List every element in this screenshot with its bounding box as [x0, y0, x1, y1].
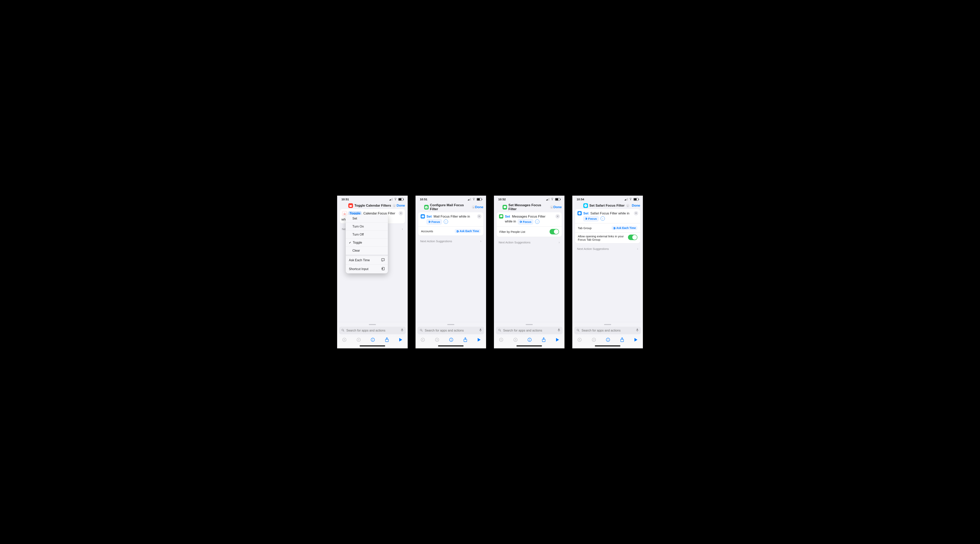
nav-bar: Set Messages Focus Filter ⌄ Done	[494, 201, 565, 212]
filter-row[interactable]: Filter by People List	[497, 226, 562, 237]
ask-each-time-pill[interactable]: ◑Ask Each Time	[455, 229, 480, 233]
close-icon[interactable]: ✕	[399, 211, 403, 216]
chevron-down-icon[interactable]: ⌄	[472, 205, 475, 209]
search-input[interactable]	[346, 328, 399, 333]
info-icon[interactable]	[371, 338, 375, 343]
focus-chip[interactable]: ◑Focus	[583, 216, 598, 222]
mic-icon[interactable]	[479, 328, 482, 333]
focus-chip[interactable]: ◑Focus	[426, 219, 442, 225]
chevron-down-icon[interactable]: ⌄	[393, 204, 396, 208]
home-indicator	[438, 346, 463, 346]
svg-point-29	[514, 338, 517, 341]
info-icon[interactable]	[527, 338, 532, 343]
play-icon[interactable]	[634, 338, 638, 343]
menu-item-clear[interactable]: Clear	[346, 247, 388, 255]
share-icon[interactable]	[620, 338, 624, 343]
chevron-down-icon[interactable]: ⌄	[535, 219, 539, 224]
undo-icon[interactable]	[421, 338, 425, 343]
redo-icon[interactable]	[592, 338, 596, 343]
play-icon[interactable]	[399, 338, 402, 343]
verb-popover: Set Turn On Turn Off Toggle Clear Ask Ea…	[346, 215, 388, 273]
menu-item-set[interactable]: Set	[346, 215, 388, 222]
play-icon[interactable]	[477, 338, 481, 343]
tab-group-row[interactable]: Tab Group ◑Ask Each Time	[575, 223, 640, 232]
undo-icon[interactable]	[342, 338, 347, 343]
focus-icon: ◑	[520, 220, 522, 224]
menu-item-toggle[interactable]: Toggle	[346, 238, 388, 247]
nav-bar: Configure Mail Focus Filter ⌄ Done	[415, 201, 486, 212]
info-icon[interactable]	[449, 338, 453, 343]
sheet-grabber[interactable]	[369, 324, 376, 325]
action-card[interactable]: Set Messages Focus Filter while in ◑Focu…	[497, 212, 562, 237]
search-input[interactable]	[581, 328, 635, 333]
status-time: 10:52	[498, 198, 506, 201]
mic-icon[interactable]	[558, 328, 560, 333]
verb-token[interactable]: Set	[583, 211, 589, 215]
status-time: 10:51	[341, 198, 349, 201]
external-links-toggle[interactable]	[628, 235, 637, 240]
action-card[interactable]: Set Safari Focus Filter while in ◑Focus …	[575, 209, 640, 243]
chevron-right-icon: ›	[480, 239, 481, 243]
search-field[interactable]	[339, 327, 406, 334]
svg-line-26	[500, 331, 501, 331]
search-field[interactable]	[496, 327, 563, 334]
share-icon[interactable]	[542, 338, 546, 343]
svg-point-19	[421, 338, 425, 341]
play-icon[interactable]	[555, 338, 559, 343]
screenshot-messages: 10:52 Set Messages Focus Filter ⌄ Done	[494, 196, 565, 348]
svg-point-28	[500, 338, 503, 341]
status-time: 10:51	[420, 198, 427, 201]
mic-icon[interactable]	[401, 328, 403, 333]
chevron-down-icon[interactable]: ⌄	[601, 216, 605, 221]
undo-icon[interactable]	[578, 338, 582, 343]
sheet-grabber[interactable]	[526, 324, 533, 325]
mic-icon[interactable]	[636, 328, 639, 333]
filter-toggle[interactable]	[550, 229, 559, 235]
chevron-down-icon[interactable]: ⌄	[626, 204, 630, 208]
undo-icon[interactable]	[499, 338, 503, 343]
menu-item-turn-on[interactable]: Turn On	[346, 222, 388, 230]
sheet-grabber[interactable]	[447, 324, 454, 325]
done-button[interactable]: Done	[632, 204, 640, 208]
search-field[interactable]	[417, 327, 484, 334]
next-action-suggestions[interactable]: Next Action Suggestions›	[497, 237, 562, 244]
verb-token[interactable]: Set	[505, 215, 510, 218]
search-input[interactable]	[503, 328, 556, 333]
ask-each-time-pill[interactable]: ◑Ask Each Time	[611, 226, 637, 230]
external-links-row[interactable]: Allow opening external links in your Foc…	[575, 232, 640, 243]
verb-token[interactable]: Set	[426, 215, 431, 218]
menu-item-turn-off[interactable]: Turn Off	[346, 230, 388, 238]
nav-title: Configure Mail Focus Filter	[430, 203, 470, 211]
close-icon[interactable]: ✕	[634, 211, 638, 216]
redo-icon[interactable]	[356, 338, 361, 343]
search-field[interactable]	[574, 327, 641, 334]
sheet-grabber[interactable]	[604, 324, 611, 325]
chevron-down-icon[interactable]: ⌄	[550, 205, 553, 209]
svg-rect-7	[402, 328, 402, 330]
done-button[interactable]: Done	[554, 205, 562, 209]
done-button[interactable]: Done	[397, 204, 405, 208]
svg-line-17	[422, 331, 423, 331]
nav-title: Set Messages Focus Filter	[508, 203, 549, 211]
menu-item-ask-each-time[interactable]: Ask Each Time ?	[346, 256, 388, 265]
share-icon[interactable]	[385, 338, 389, 343]
redo-icon[interactable]	[435, 338, 439, 343]
redo-icon[interactable]	[513, 338, 518, 343]
info-icon[interactable]	[606, 338, 610, 343]
done-button[interactable]: Done	[475, 205, 484, 209]
calendar-icon: •24	[342, 211, 347, 216]
focus-chip[interactable]: ◑Focus	[518, 219, 533, 225]
chevron-down-icon[interactable]: ⌄	[444, 219, 448, 224]
next-action-suggestions[interactable]: Next Action Suggestions›	[575, 243, 640, 251]
next-action-suggestions[interactable]: Next Action Suggestions›	[418, 236, 483, 243]
svg-rect-18	[480, 328, 481, 330]
menu-item-shortcut-input[interactable]: Shortcut Input	[346, 265, 388, 273]
action-card[interactable]: Set Mail Focus Filter while in ◑Focus ⌄ …	[418, 212, 483, 236]
search-input[interactable]	[424, 328, 478, 333]
close-icon[interactable]: ✕	[555, 214, 560, 219]
accounts-row[interactable]: Accounts ◑Ask Each Time	[418, 226, 483, 236]
share-icon[interactable]	[463, 338, 467, 343]
close-icon[interactable]: ✕	[477, 214, 481, 219]
svg-point-23	[451, 339, 452, 339]
svg-rect-38	[637, 328, 638, 330]
